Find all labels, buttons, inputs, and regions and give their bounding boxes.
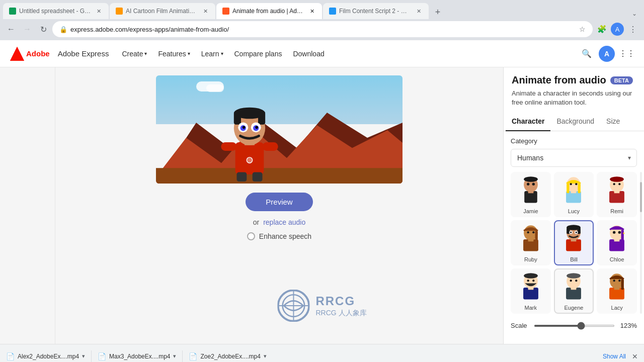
enhance-speech-radio[interactable] xyxy=(247,232,255,240)
svg-rect-20 xyxy=(253,172,263,181)
user-avatar[interactable]: A xyxy=(599,46,615,62)
svg-point-75 xyxy=(576,280,578,282)
download-arrow-3[interactable]: ▾ xyxy=(264,353,267,359)
replace-audio-row: or replace audio xyxy=(253,218,305,226)
svg-point-69 xyxy=(532,280,534,282)
svg-point-26 xyxy=(527,183,529,186)
svg-rect-31 xyxy=(567,184,570,193)
tab-animate[interactable]: Animate from audio | Adobe E... ✕ xyxy=(216,3,322,19)
enhance-speech-row: Enhance speech xyxy=(247,232,311,240)
tab-close-icon[interactable]: ✕ xyxy=(95,7,103,15)
apps-grid-icon[interactable]: ⋮⋮ xyxy=(620,47,634,61)
category-select[interactable]: Humans Animals Fantasy Robots xyxy=(511,149,637,167)
back-button[interactable]: ← xyxy=(4,22,18,36)
panel-content: Category Humans Animals Fantasy Robots ▾ xyxy=(504,131,644,335)
tab-script[interactable]: Film Content Script 2 - Googl... ✕ xyxy=(323,3,429,19)
tab-character-label: Character xyxy=(512,117,544,125)
adobe-logo[interactable]: Adobe xyxy=(10,47,50,61)
download-arrow-2[interactable]: ▾ xyxy=(173,353,176,359)
extensions-button[interactable]: 🧩 xyxy=(595,22,609,36)
panel-title: Animate from audio xyxy=(512,74,606,86)
nav-compare[interactable]: Compare plans xyxy=(229,47,287,61)
download-arrow-1[interactable]: ▾ xyxy=(82,353,85,359)
svg-point-27 xyxy=(532,183,534,186)
svg-point-62 xyxy=(618,231,621,234)
tab-cartoon[interactable]: AI Cartoon Film Animation - C... ✕ xyxy=(110,3,215,19)
tab-size[interactable]: Size xyxy=(600,112,626,131)
panel-header: Animate from audio BETA Animate a charac… xyxy=(504,67,644,107)
character-card-jamie[interactable]: Jamie xyxy=(511,172,551,217)
expand-tabs-button[interactable]: ⌄ xyxy=(628,8,641,19)
show-all-button[interactable]: Show All xyxy=(603,353,626,360)
nav-download[interactable]: Download xyxy=(288,47,329,61)
character-avatar-chloe xyxy=(601,223,633,255)
character-card-lacy[interactable]: Lacy xyxy=(597,268,637,314)
character-avatar-lucy xyxy=(557,175,590,207)
adobe-nav: Create ▾ Features ▾ Learn ▾ Compare plan… xyxy=(117,47,329,61)
new-tab-button[interactable]: + xyxy=(431,5,445,19)
replace-audio-link[interactable]: replace audio xyxy=(263,218,305,226)
download-item-2: 📄 Max3_AdobeEx....mp4 ▾ xyxy=(98,352,176,360)
svg-rect-10 xyxy=(258,112,265,125)
panel-tabs: Character Background Size xyxy=(504,112,644,131)
svg-point-15 xyxy=(243,126,246,129)
tab-size-label: Size xyxy=(606,117,620,125)
character-bill xyxy=(207,96,292,182)
character-card-eugene[interactable]: Eugene xyxy=(554,268,594,314)
nav-learn[interactable]: Learn ▾ xyxy=(196,47,228,61)
character-name-eugene: Eugene xyxy=(565,305,584,311)
scale-slider[interactable] xyxy=(534,325,615,327)
character-card-mark[interactable]: Mark xyxy=(511,268,551,314)
nav-features-chevron: ▾ xyxy=(188,51,190,56)
tab-spreadsheet[interactable]: Untitled spreadsheet - Google ... ✕ xyxy=(3,3,109,19)
svg-rect-60 xyxy=(621,230,624,240)
character-avatar-jamie xyxy=(515,175,547,207)
character-avatar-eugene xyxy=(557,272,590,304)
adobe-express-label[interactable]: Adobe Express xyxy=(58,49,109,58)
tab-favicon xyxy=(329,8,336,15)
replace-audio-text: or xyxy=(253,218,259,226)
character-card-chloe[interactable]: Chloe xyxy=(597,220,637,265)
tab-close-icon[interactable]: ✕ xyxy=(201,7,209,15)
character-name-bill: Bill xyxy=(570,256,578,262)
address-bar[interactable]: 🔒 express.adobe.com/express-apps/animate… xyxy=(52,21,593,37)
forward-button[interactable]: → xyxy=(20,22,34,36)
svg-point-39 xyxy=(613,183,615,185)
nav-create[interactable]: Create ▾ xyxy=(117,47,152,61)
character-card-lucy[interactable]: Lucy xyxy=(554,172,594,217)
scale-label: Scale xyxy=(511,322,530,329)
svg-rect-17 xyxy=(221,142,237,151)
download-file-icon-2: 📄 xyxy=(98,352,106,360)
refresh-button[interactable]: ↻ xyxy=(36,22,50,36)
tab-background-label: Background xyxy=(556,117,594,125)
svg-point-74 xyxy=(570,280,572,282)
character-svg xyxy=(207,96,292,182)
apps-menu-button[interactable]: ⋮ xyxy=(626,22,640,36)
tab-title: Untitled spreadsheet - Google ... xyxy=(19,8,92,15)
tab-close-icon[interactable]: ✕ xyxy=(308,7,316,15)
scrollbar-thumb[interactable] xyxy=(640,182,642,212)
tab-title: Animate from audio | Adobe E... xyxy=(232,8,305,15)
character-card-ruby[interactable]: Ruby xyxy=(511,220,551,265)
bottom-bar: 📄 Alex2_AdobeEx....mp4 ▾ 📄 Max3_AdobeEx.… xyxy=(0,344,644,362)
svg-point-25 xyxy=(524,177,538,183)
bookmark-icon[interactable]: ☆ xyxy=(579,25,586,33)
cancel-downloads-icon[interactable]: ✕ xyxy=(632,352,638,360)
svg-point-55 xyxy=(571,232,572,233)
character-card-remi[interactable]: Remi xyxy=(597,172,637,217)
search-icon[interactable]: 🔍 xyxy=(580,47,594,61)
download-filename-3: Zoe2_AdobeEx....mp4 xyxy=(200,353,260,360)
character-name-lucy: Lucy xyxy=(568,208,580,214)
preview-button[interactable]: Preview xyxy=(246,193,312,211)
nav-features[interactable]: Features ▾ xyxy=(153,47,195,61)
tab-background[interactable]: Background xyxy=(550,112,600,131)
character-card-bill[interactable]: Bill xyxy=(554,220,594,265)
download-filename-1: Alex2_AdobeEx....mp4 xyxy=(18,353,79,360)
tab-close-icon[interactable]: ✕ xyxy=(415,7,423,15)
svg-point-46 xyxy=(532,231,534,233)
nav-create-label: Create xyxy=(122,50,143,58)
tab-character[interactable]: Character xyxy=(506,112,550,131)
adobe-header-right: 🔍 A ⋮⋮ xyxy=(580,46,634,62)
svg-point-16 xyxy=(256,126,259,129)
profile-avatar[interactable]: A xyxy=(611,23,624,36)
